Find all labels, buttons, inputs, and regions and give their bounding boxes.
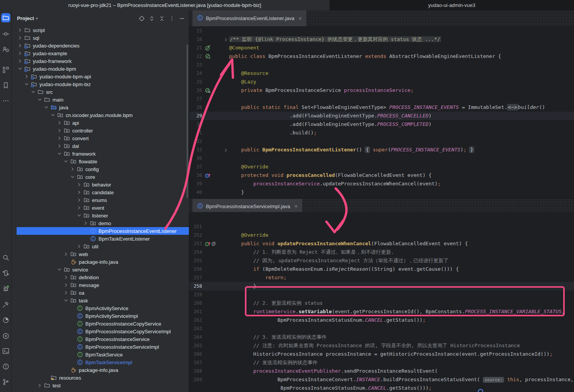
tree-item-convert[interactable]: convert [12, 134, 189, 142]
tree-item-web[interactable]: web [12, 250, 189, 258]
more-icon[interactable] [1, 96, 10, 105]
close-icon[interactable]: × [299, 15, 302, 22]
chevron-right-icon[interactable] [76, 243, 82, 249]
chevron-right-icon[interactable] [76, 189, 82, 195]
code-line-255[interactable]: 255 // 因为, updateProcessInstanceReject 方… [189, 256, 574, 265]
overrides-method-icon[interactable]: O [205, 172, 211, 178]
tab-bpmprocessinstanceeventlistener[interactable]: C BpmProcessInstanceEventListener.java × [192, 10, 306, 26]
chevron-down-icon[interactable] [30, 89, 36, 95]
chevron-down-icon[interactable] [63, 158, 69, 165]
search-icon[interactable] [1, 253, 10, 262]
code-line-38[interactable]: 38O protected void processCancelled(Flow… [189, 171, 574, 180]
fold-arrow-icon[interactable] [223, 37, 229, 44]
tree-item-task[interactable]: task [12, 297, 189, 304]
tree-item-yudao-module-bpm[interactable]: yudao-module-bpm [12, 65, 189, 73]
panel-splitter[interactable] [189, 10, 189, 392]
chevron-right-icon[interactable] [63, 282, 69, 288]
code-line-30[interactable]: 30 .add(FlowableEngineEventType.PROCESS_… [189, 120, 574, 129]
code-line-262[interactable]: 262 BpmProcessInstanceStatusEnum.CANCEL.… [189, 316, 574, 324]
tree-item-api[interactable]: api [12, 119, 189, 127]
code-line-25[interactable]: 25 @Lazy [189, 78, 574, 86]
editor-bottom[interactable]: 251252 @Override253I@ public void update… [189, 212, 574, 392]
chevron-right-icon[interactable] [17, 50, 23, 56]
code-line-21[interactable]: 21@Component [189, 44, 574, 52]
chevron-right-icon[interactable] [63, 290, 69, 296]
code-line-251[interactable]: 251 [189, 222, 574, 231]
project-panel-title[interactable]: Project [17, 15, 34, 21]
autowired-bean-icon[interactable] [205, 87, 211, 93]
chevron-down-icon[interactable] [24, 81, 30, 87]
tree-item-test[interactable]: test [12, 382, 189, 389]
tree-item-bpmtaskservice[interactable]: IBpmTaskService [12, 351, 189, 358]
tree-item-main[interactable]: main [12, 96, 189, 104]
code-line-254[interactable]: 254 // 1. 判断是否为 Reject 不通过。如果是，则不进行更新. [189, 248, 574, 256]
debug-icon[interactable] [1, 284, 10, 293]
code-line-261[interactable]: 261 runtimeService.setVariable(event.get… [189, 307, 574, 316]
chevron-down-icon[interactable] [43, 104, 49, 110]
tree-item-listener[interactable]: listener [12, 212, 189, 219]
code-line-33[interactable]: 33 public BpmProcessInstanceEventListene… [189, 146, 574, 154]
tree-item-candidate[interactable]: candidate [12, 188, 189, 196]
spring-bean-icon[interactable] [205, 53, 211, 59]
tree-item-yudao-framework[interactable]: yudao-framework [12, 57, 189, 65]
tree-item-core[interactable]: core [12, 173, 189, 181]
code-line-266[interactable]: 266 HistoricProcessInstance processInsta… [189, 350, 574, 358]
code-line-269[interactable]: 269 BpmProcessInstanceConvert.INSTANCE.b… [189, 375, 574, 384]
code-line-260[interactable]: 260 // 2. 更新流程实例 status [189, 299, 574, 307]
tree-item-cn-iocoder-yudao-module-bpm[interactable]: cn.iocoder.yudao.module.bpm [12, 111, 189, 119]
tree-item-bpmactivityserviceimpl[interactable]: CBpmActivityServiceImpl [12, 312, 189, 320]
tree-item-yudao-module-bpm-biz[interactable]: yudao-module-bpm-biz [12, 80, 189, 88]
tree-item-bpmprocessinstanceservice[interactable]: IBpmProcessInstanceService [12, 335, 189, 343]
tree-item-package-info-java[interactable]: package-info.java [12, 366, 189, 374]
run-anything-icon[interactable] [1, 268, 10, 278]
chevron-down-icon[interactable] [37, 97, 43, 103]
code-line-259[interactable]: 259 [189, 290, 574, 299]
structure-icon[interactable] [1, 65, 10, 75]
tree-item-script[interactable]: script [12, 26, 189, 34]
collapse-all-icon[interactable] [159, 15, 165, 22]
profiler-icon[interactable] [1, 316, 10, 325]
tree-item-controller[interactable]: controller [12, 127, 189, 134]
chevron-right-icon[interactable] [56, 120, 63, 126]
code-line-26[interactable]: 26 private BpmProcessInstanceService pro… [189, 86, 574, 95]
code-line-24[interactable]: 24 @Resource [189, 69, 574, 78]
chevron-right-icon[interactable] [63, 274, 69, 280]
chevron-right-icon[interactable] [17, 42, 23, 49]
tree-scrollbar[interactable] [187, 44, 188, 198]
version-control-icon[interactable] [1, 377, 10, 387]
code-line-256[interactable]: 256 if (BpmDeleteReasonEnum.isRejectReas… [189, 265, 574, 273]
tree-item-bpmtaskserviceimpl[interactable]: CBpmTaskServiceImpl [12, 358, 189, 366]
secondary-window-title[interactable]: yudao-ui-admin-vue3 [329, 0, 574, 10]
code-line-29[interactable]: 29 .add(FlowableEngineEventType.PROCESS_… [189, 112, 574, 120]
chevron-right-icon[interactable] [70, 166, 76, 172]
chevron-right-icon[interactable] [56, 135, 63, 141]
chevron-right-icon[interactable] [76, 197, 82, 203]
tree-item-yudao-dependencies[interactable]: yudao-dependencies [12, 42, 189, 49]
code-line-264[interactable]: 264 // 3. 发送流程实例的状态事件 [189, 333, 574, 341]
code-line-16[interactable]: 16/** 监听 {@link ProcessInstance} 的状态变更，更… [189, 35, 574, 44]
tree-item-framework[interactable]: framework [12, 150, 189, 158]
tree-item-config[interactable]: config [12, 165, 189, 173]
tree-item-yudao-module-bpm-api[interactable]: yudao-module-bpm-api [12, 73, 189, 80]
services-icon[interactable] [1, 331, 10, 341]
code-line-265[interactable]: 265 // 注意: 此时如果去查询 ProcessInstance 的话, 字… [189, 341, 574, 350]
tree-item-bpmactivityservice[interactable]: IBpmActivityService [12, 304, 189, 312]
options-icon[interactable] [169, 15, 175, 22]
tree-item-definition[interactable]: definition [12, 273, 189, 281]
spring-bean-check-icon[interactable] [205, 45, 211, 51]
close-icon[interactable]: × [294, 203, 297, 209]
expand-all-icon[interactable] [149, 15, 155, 22]
code-line-39[interactable]: 39 processInstanceService.updateProcessI… [189, 180, 574, 188]
tree-item-bpmprocessinstancecopyserviceimpl[interactable]: CBpmProcessInstanceCopyServiceImpl [12, 328, 189, 335]
tree-item-demo[interactable]: demo [12, 219, 189, 227]
tree-item-sql[interactable]: sql [12, 34, 189, 42]
tree-item-message[interactable]: message [12, 281, 189, 289]
tree-item-bpmprocessinstanceeventlistener[interactable]: CBpmProcessInstanceEventListener [12, 227, 189, 235]
code-line-252[interactable]: 252 @Override [189, 231, 574, 239]
fold-arrow-icon[interactable] [223, 147, 229, 155]
code-line-40[interactable]: 40 } [189, 188, 574, 197]
chevron-right-icon[interactable] [17, 35, 23, 41]
code-line-36[interactable]: 36 [189, 154, 574, 163]
tree-item-package-info-java[interactable]: package-info.java [12, 258, 189, 266]
chevron-right-icon[interactable] [83, 220, 89, 226]
